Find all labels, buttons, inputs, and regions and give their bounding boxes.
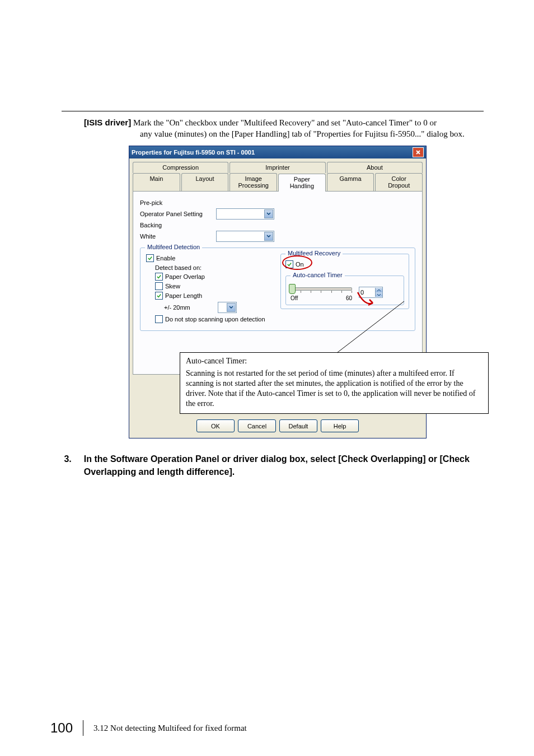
slider-thumb[interactable] bbox=[289, 284, 296, 294]
step-text: In the Software Operation Panel or drive… bbox=[84, 453, 484, 478]
pl-dropdown[interactable] bbox=[218, 302, 237, 313]
tab-about[interactable]: About bbox=[327, 162, 423, 173]
tab-gamma[interactable]: Gamma bbox=[327, 173, 374, 191]
no-stop-checkbox[interactable] bbox=[155, 315, 163, 323]
pl-value-label: +/- 20mm bbox=[164, 304, 214, 311]
skew-checkbox[interactable] bbox=[155, 282, 163, 290]
timer-input[interactable] bbox=[359, 289, 375, 296]
tab-compression[interactable]: Compression bbox=[133, 162, 228, 173]
operator-panel-dropdown[interactable] bbox=[216, 208, 274, 220]
dialog-titlebar: Properties for Fujitsu fi-5950 on STI - … bbox=[129, 146, 426, 158]
detect-based-on-label: Detect based on: bbox=[155, 264, 275, 271]
intro-line1: Mark the "On" checkbox under "Multifeed … bbox=[131, 118, 437, 127]
spinner-down[interactable] bbox=[376, 292, 382, 297]
properties-dialog: Properties for Fujitsu fi-5950 on STI - … bbox=[129, 146, 427, 439]
skew-label: Skew bbox=[165, 283, 180, 290]
paper-overlap-label: Paper Overlap bbox=[165, 273, 205, 280]
chevron-down-icon bbox=[227, 303, 236, 312]
timer-group-label: Auto-cancel Timer bbox=[291, 272, 345, 278]
footer-divider bbox=[83, 720, 83, 736]
dialog-wrapper: Properties for Fujitsu fi-5950 on STI - … bbox=[129, 146, 484, 439]
multifeed-recovery-group: Multifeed Recovery On bbox=[280, 254, 409, 309]
mf-group-label: Multifeed Detection bbox=[145, 244, 202, 250]
timer-slider[interactable] bbox=[291, 284, 352, 296]
tab-image-processing[interactable]: Image Processing bbox=[229, 173, 277, 191]
dialog-buttons: OK Cancel Default Help bbox=[129, 414, 426, 438]
tab-imprinter[interactable]: Imprinter bbox=[229, 162, 325, 173]
callout-body: Scanning is not restarted for the set pe… bbox=[186, 368, 483, 409]
operator-panel-label: Operator Panel Setting bbox=[140, 211, 213, 217]
help-button[interactable]: Help bbox=[321, 419, 359, 432]
tab-color-dropout[interactable]: Color Dropout bbox=[375, 173, 423, 191]
page-footer: 100 3.12 Not detecting Multifeed for fix… bbox=[50, 720, 247, 736]
paper-overlap-checkbox[interactable] bbox=[155, 273, 163, 281]
callout-title: Auto-cancel Timer: bbox=[186, 356, 483, 366]
intro-line2: any value (minutes) on the [Paper Handli… bbox=[140, 128, 484, 139]
section-label: 3.12 Not detecting Multifeed for fixed f… bbox=[93, 724, 247, 733]
close-button[interactable] bbox=[413, 147, 424, 157]
isis-driver-label: [ISIS driver] bbox=[84, 118, 131, 127]
backing-dropdown[interactable] bbox=[216, 231, 274, 242]
red-oval-annotation bbox=[282, 255, 312, 270]
tab-paper-handling[interactable]: Paper Handling bbox=[278, 174, 326, 192]
step-3: 3. In the Software Operation Panel or dr… bbox=[62, 453, 484, 478]
spinner-up[interactable] bbox=[376, 288, 382, 292]
enable-label: Enable bbox=[156, 255, 175, 262]
backing-value: White bbox=[140, 233, 213, 240]
multifeed-detection-group: Multifeed Detection Enable Detect based … bbox=[140, 248, 415, 331]
dialog-title: Properties for Fujitsu fi-5950 on STI - … bbox=[132, 149, 255, 156]
tab-layout[interactable]: Layout bbox=[181, 173, 229, 191]
enable-checkbox[interactable] bbox=[146, 254, 154, 262]
cancel-button[interactable]: Cancel bbox=[238, 419, 276, 432]
no-stop-label: Do not stop scanning upon detection bbox=[165, 316, 265, 323]
tab-body: Pre-pick Operator Panel Setting Backing bbox=[133, 191, 423, 375]
chevron-down-icon bbox=[264, 209, 273, 218]
tab-main[interactable]: Main bbox=[133, 173, 180, 191]
timer-spinner[interactable] bbox=[359, 287, 383, 298]
close-icon bbox=[415, 150, 421, 155]
top-rule bbox=[62, 111, 484, 111]
ok-button[interactable]: OK bbox=[196, 419, 235, 432]
chevron-down-icon bbox=[264, 232, 273, 241]
step-number: 3. bbox=[62, 453, 72, 478]
paper-length-checkbox[interactable] bbox=[155, 292, 163, 300]
prepick-label: Pre-pick bbox=[140, 199, 213, 206]
paper-length-label: Paper Length bbox=[165, 292, 202, 299]
page-number: 100 bbox=[50, 720, 73, 736]
auto-cancel-timer-group: Auto-cancel Timer bbox=[285, 276, 404, 305]
intro-paragraph: [ISIS driver] Mark the "On" checkbox und… bbox=[84, 117, 484, 140]
backing-label: Backing bbox=[140, 222, 213, 228]
default-button[interactable]: Default bbox=[279, 419, 317, 432]
callout-box: Auto-cancel Timer: Scanning is not resta… bbox=[180, 352, 489, 414]
